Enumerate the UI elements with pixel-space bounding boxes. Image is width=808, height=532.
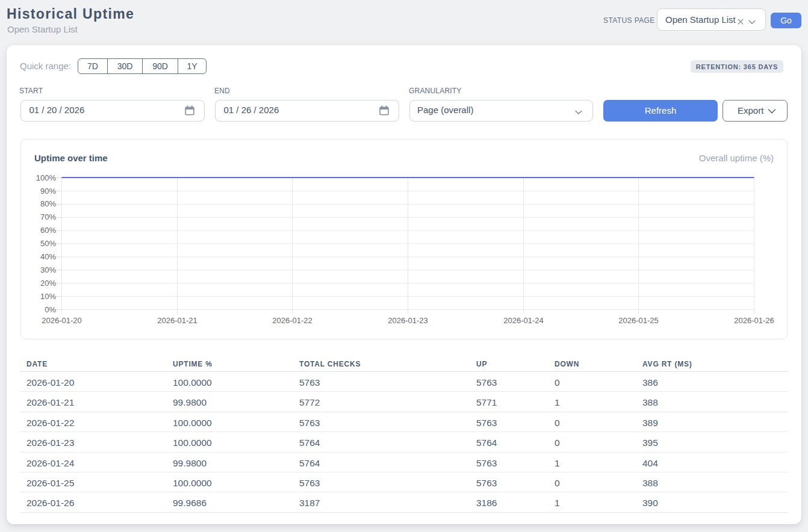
svg-text:0%: 0% [45,305,56,314]
svg-text:30%: 30% [40,265,56,274]
svg-text:20%: 20% [40,279,56,288]
svg-text:2026-01-25: 2026-01-25 [618,316,659,325]
svg-text:80%: 80% [40,199,56,208]
svg-text:100%: 100% [36,173,57,182]
svg-text:40%: 40% [40,252,56,261]
svg-text:2026-01-26: 2026-01-26 [734,316,774,325]
svg-text:2026-01-24: 2026-01-24 [503,316,544,325]
svg-text:10%: 10% [40,292,56,301]
svg-text:2026-01-20: 2026-01-20 [42,316,82,325]
svg-text:70%: 70% [40,212,56,221]
svg-text:60%: 60% [40,226,56,235]
svg-text:2026-01-22: 2026-01-22 [272,316,312,325]
svg-text:50%: 50% [40,239,56,248]
svg-text:90%: 90% [40,187,56,196]
svg-text:2026-01-21: 2026-01-21 [157,316,197,325]
svg-text:2026-01-23: 2026-01-23 [388,316,428,325]
